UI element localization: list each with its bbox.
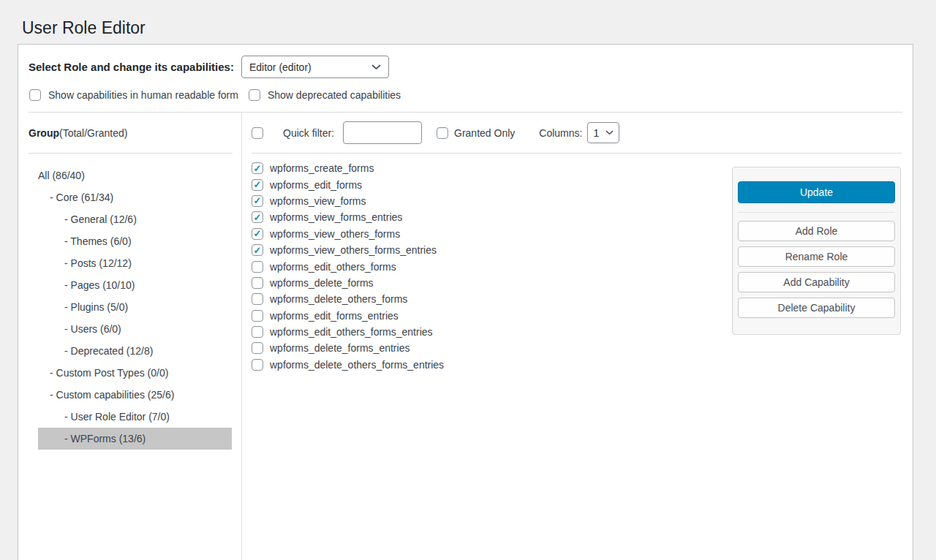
capability-label: wpforms_edit_others_forms <box>270 261 396 273</box>
capabilities-column: Quick filter: Granted Only Columns: 1 wp… <box>242 113 913 560</box>
tree-item-all[interactable]: All (86/40) <box>38 164 232 186</box>
tree-item-core[interactable]: - Core (61/34) <box>38 186 232 208</box>
capability-checkbox[interactable] <box>252 228 263 240</box>
capability-checkbox[interactable] <box>252 293 263 305</box>
groups-header: Group (Total/Granted) <box>18 113 241 153</box>
content-columns: Group (Total/Granted) All (86/40) - Core… <box>18 113 913 560</box>
capability-checkbox[interactable] <box>252 359 263 371</box>
tree-item-general[interactable]: - General (12/6) <box>38 208 232 230</box>
human-readable-label: Show capabilities in human readable form <box>48 89 238 101</box>
granted-only-checkbox[interactable] <box>437 127 448 139</box>
human-readable-checkbox[interactable] <box>29 89 41 101</box>
tree-item-themes[interactable]: - Themes (6/0) <box>38 230 232 252</box>
capability-label: wpforms_create_forms <box>270 162 374 174</box>
capability-checkbox[interactable] <box>252 244 263 256</box>
tree-item-user-role-editor[interactable]: - User Role Editor (7/0) <box>38 406 232 428</box>
capability-label: wpforms_view_forms <box>270 195 366 207</box>
capability-label: wpforms_delete_others_forms_entries <box>270 359 444 371</box>
capability-label: wpforms_delete_forms_entries <box>270 342 410 354</box>
capabilities-body: wpforms_create_forms wpforms_edit_forms … <box>242 154 913 560</box>
capability-checkbox[interactable] <box>252 310 263 322</box>
granted-only-label: Granted Only <box>454 127 515 139</box>
capability-row: wpforms_delete_others_forms_entries <box>252 357 913 373</box>
groups-header-suffix: (Total/Granted) <box>59 127 127 139</box>
capability-row: wpforms_delete_forms_entries <box>252 340 913 356</box>
tree-item-pages[interactable]: - Pages (10/10) <box>38 274 232 296</box>
groups-column: Group (Total/Granted) All (86/40) - Core… <box>18 113 242 560</box>
role-selector-row: Select Role and change its capabilities:… <box>18 45 913 78</box>
capability-label: wpforms_edit_others_forms_entries <box>270 326 433 338</box>
capability-label: wpforms_delete_forms <box>270 277 374 289</box>
capability-checkbox[interactable] <box>252 211 263 223</box>
actions-separator <box>738 212 895 213</box>
display-options-row: Show capabilities in human readable form… <box>18 78 913 112</box>
capability-checkbox[interactable] <box>252 261 263 273</box>
quick-filter-label: Quick filter: <box>283 127 334 139</box>
capability-label: wpforms_edit_forms <box>270 179 362 191</box>
page-title: User Role Editor <box>0 0 936 39</box>
capability-label: wpforms_delete_others_forms <box>270 293 407 305</box>
show-deprecated-label: Show deprecated capabilities <box>268 89 401 101</box>
role-selector-label: Select Role and change its capabilities: <box>29 61 234 73</box>
capability-label: wpforms_view_forms_entries <box>270 211 402 223</box>
capability-label: wpforms_edit_forms_entries <box>270 310 399 322</box>
groups-tree: All (86/40) - Core (61/34) - General (12… <box>18 154 241 450</box>
quick-filter-input[interactable] <box>343 121 422 144</box>
tree-item-deprecated[interactable]: - Deprecated (12/8) <box>38 340 232 362</box>
add-capability-button[interactable]: Add Capability <box>738 272 895 292</box>
select-all-checkbox[interactable] <box>252 127 263 139</box>
rename-role-button[interactable]: Rename Role <box>738 246 895 267</box>
tree-item-posts[interactable]: - Posts (12/12) <box>38 252 232 274</box>
capability-checkbox[interactable] <box>252 326 263 338</box>
tree-item-custom-post-types[interactable]: - Custom Post Types (0/0) <box>38 362 232 384</box>
chevron-down-icon <box>605 130 614 135</box>
chevron-down-icon <box>371 64 381 70</box>
capability-label: wpforms_view_others_forms_entries <box>270 244 437 256</box>
capability-checkbox[interactable] <box>252 277 263 289</box>
role-select[interactable]: Editor (editor) <box>241 56 389 78</box>
capability-checkbox[interactable] <box>252 179 263 191</box>
main-panel: Select Role and change its capabilities:… <box>18 44 913 560</box>
capability-checkbox[interactable] <box>252 162 263 174</box>
role-select-value: Editor (editor) <box>249 61 312 73</box>
capability-checkbox[interactable] <box>252 195 263 207</box>
show-deprecated-checkbox[interactable] <box>249 89 260 101</box>
tree-item-wpforms[interactable]: - WPForms (13/6) <box>38 428 232 450</box>
actions-panel: Update Add Role Rename Role Add Capabili… <box>732 167 901 335</box>
add-role-button[interactable]: Add Role <box>738 221 895 241</box>
tree-item-plugins[interactable]: - Plugins (5/0) <box>38 296 232 318</box>
columns-select[interactable]: 1 <box>587 122 619 143</box>
delete-capability-button[interactable]: Delete Capability <box>738 298 895 318</box>
columns-label: Columns: <box>539 127 582 139</box>
capability-label: wpforms_view_others_forms <box>270 228 400 240</box>
capability-checkbox[interactable] <box>252 342 263 354</box>
update-button[interactable]: Update <box>738 181 895 203</box>
columns-select-value: 1 <box>593 127 599 139</box>
tree-item-users[interactable]: - Users (6/0) <box>38 318 232 340</box>
filter-toolbar: Quick filter: Granted Only Columns: 1 <box>242 113 913 153</box>
groups-header-title: Group <box>29 127 59 139</box>
tree-item-custom-capabilities[interactable]: - Custom capabilities (25/6) <box>38 384 232 406</box>
